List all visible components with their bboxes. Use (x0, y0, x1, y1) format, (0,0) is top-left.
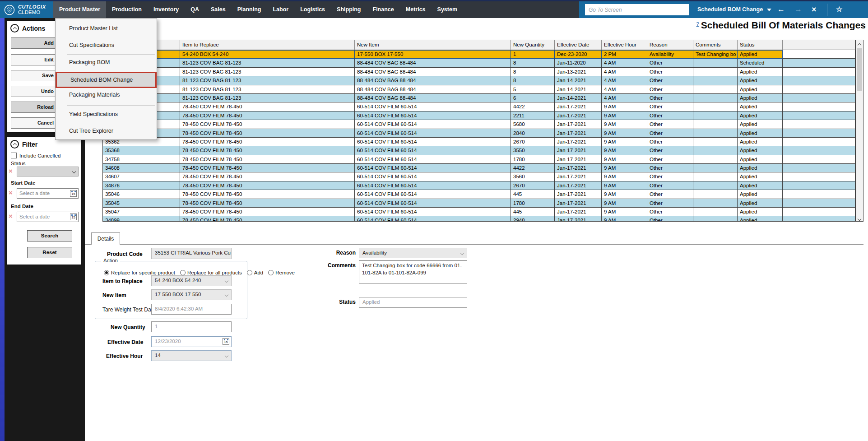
topbar-menu-qa[interactable]: QA (185, 1, 205, 18)
status-input[interactable]: Applied (359, 297, 467, 308)
topbar-menu-product-master[interactable]: Product Master (53, 1, 106, 18)
vertical-scrollbar[interactable] (855, 40, 863, 221)
include-cancelled-checkbox[interactable] (11, 153, 17, 158)
table-row[interactable]: 3536278-450 COV FILM 78-45060-514 COV FI… (103, 138, 855, 146)
end-date-input[interactable]: Select a date 15 (17, 212, 79, 222)
calendar-icon[interactable]: 15 (70, 214, 77, 220)
table-row[interactable]: 81-123 COV BAG 81-12388-484 COV BAG 88-4… (103, 85, 855, 94)
effective-date-input[interactable]: 12/23/2020 15 (151, 336, 232, 347)
topbar-menu-labor[interactable]: Labor (267, 1, 294, 18)
menu-item-scheduled-bom-change[interactable]: Scheduled BOM Change (56, 72, 157, 88)
table-row[interactable]: 3504678-450 COV FILM 78-45060-514 COV FI… (103, 190, 855, 199)
new-item-dropdown[interactable]: 17-550 BOX 17-550 (151, 289, 232, 300)
cell-reason: Other (647, 199, 693, 208)
cell-item: 78-450 COV FILM 78-450 (180, 146, 355, 155)
column-header-reason[interactable]: Reason (647, 40, 693, 50)
reason-dropdown[interactable]: Availability (359, 248, 467, 258)
clear-status-icon[interactable]: × (9, 166, 13, 176)
radio-option-replace-for-all-products[interactable]: Replace for all products (180, 270, 242, 275)
scroll-down-button[interactable] (856, 214, 863, 221)
screen-selector-dropdown[interactable]: Scheduled BOM Change (697, 1, 771, 18)
topbar-menu-inventory[interactable]: Inventory (148, 1, 185, 18)
table-row[interactable]: 3504778-450 COV FILM 78-45060-514 COV FI… (103, 208, 855, 216)
table-row[interactable]: 78-450 COV FILM 78-45060-514 COV FILM 60… (103, 120, 855, 129)
collapse-actions-icon[interactable] (10, 24, 19, 32)
cell-new_item: 60-514 COV FILM 60-514 (355, 208, 511, 216)
favorite-star-icon[interactable]: ☆ (836, 1, 842, 18)
topbar-menu-system[interactable]: System (432, 1, 463, 18)
table-row[interactable]: 81-123 COV BAG 81-12388-484 COV BAG 88-4… (103, 59, 855, 67)
scroll-up-button[interactable] (856, 40, 863, 47)
menu-item-cut-specifications[interactable]: Cut Specifications (56, 38, 157, 53)
effective-hour-dropdown[interactable]: 14 (151, 350, 232, 361)
table-row[interactable]: 54-240 BOX 54-24017-550 BOX 17-5501Dec-2… (103, 50, 855, 59)
table-row[interactable]: 81-123 COV BAG 81-12388-484 COV BAG 88-4… (103, 94, 855, 102)
forward-button[interactable]: → (794, 1, 802, 18)
close-icon[interactable]: × (812, 1, 817, 18)
start-date-input[interactable]: Select a date 15 (17, 188, 79, 199)
table-row[interactable]: 81-123 COV BAG 81-12388-484 COV BAG 88-4… (103, 76, 855, 85)
tab-details[interactable]: Details (91, 232, 120, 245)
table-row[interactable]: 3536878-450 COV FILM 78-45060-514 COV FI… (103, 146, 855, 155)
table-row[interactable]: 78-450 COV FILM 78-45060-514 COV FILM 60… (103, 102, 855, 111)
topbar-menu-finance[interactable]: Finance (367, 1, 400, 18)
column-header-item-to-replace[interactable]: Item to Replace (180, 40, 355, 50)
cell-new_item: 60-514 COV FILM 60-514 (355, 102, 511, 111)
scrollbar-thumb[interactable] (857, 48, 862, 91)
topbar-menu-sales[interactable]: Sales (205, 1, 232, 18)
table-row[interactable]: 78-450 COV FILM 78-45060-514 COV FILM 60… (103, 129, 855, 138)
item-to-replace-dropdown[interactable]: 54-240 BOX 54-240 (151, 275, 232, 286)
new-quantity-input[interactable]: 1 (151, 321, 232, 332)
column-header-effective-hour[interactable]: Effective Hour (602, 40, 647, 50)
cell-comments (693, 164, 738, 172)
clear-start-date-icon[interactable]: × (9, 188, 13, 198)
topbar-menu-shipping[interactable]: Shipping (331, 1, 367, 18)
menu-item-yield-specifications[interactable]: Yield Specifications (56, 107, 157, 122)
status-filter-dropdown[interactable] (17, 167, 79, 176)
table-row[interactable]: 3489978-450 COV FILM 78-45060-514 COV FI… (103, 216, 855, 221)
menu-item-packaging-materials[interactable]: Packaging Materials (56, 88, 157, 102)
table-row[interactable]: 3504578-450 COV FILM 78-45060-514 COV FI… (103, 199, 855, 208)
comments-textarea[interactable]: Test Changing box for code 66666 from 01… (359, 260, 467, 283)
table-row[interactable]: 81-123 COV BAG 81-12388-484 COV BAG 88-4… (103, 68, 855, 76)
radio-option-replace-for-specific-product[interactable]: Replace for specific product (104, 270, 175, 275)
reset-button[interactable]: Reset (27, 247, 72, 258)
radio-option-add[interactable]: Add (247, 270, 263, 275)
table-row[interactable]: 3487678-450 COV FILM 78-45060-514 COV FI… (103, 181, 855, 190)
menu-item-cut-tree-explorer[interactable]: Cut Tree Explorer (56, 124, 157, 139)
table-row[interactable]: 3460878-450 COV FILM 78-45060-514 COV FI… (103, 164, 855, 172)
column-header-new-item[interactable]: New Item (355, 40, 511, 50)
tare-weight-test-date-input[interactable]: 8/4/2020 6:42:30 AM (151, 304, 232, 315)
radio-option-remove[interactable]: Remove (268, 270, 295, 275)
table-row[interactable]: 3460778-450 COV FILM 78-45060-514 COV FI… (103, 172, 855, 181)
column-header-9[interactable] (783, 40, 855, 50)
column-header-effective-date[interactable]: Effective Date (555, 40, 602, 50)
menu-item-product-master-list[interactable]: Product Master List (56, 21, 157, 36)
column-header-status[interactable]: Status (738, 40, 783, 50)
topbar-menu-production[interactable]: Production (106, 1, 148, 18)
column-header-new-quantity[interactable]: New Quantity (511, 40, 555, 50)
cell-reason: Other (647, 102, 693, 111)
cell-new_item: 17-550 BOX 17-550 (355, 50, 511, 59)
app-logo: CUTLOGIX CLDEMO (0, 1, 53, 18)
collapse-filter-icon[interactable] (10, 140, 19, 149)
goto-screen-input[interactable] (585, 4, 689, 15)
search-button[interactable]: Search (27, 230, 72, 241)
table-row[interactable]: 3475878-450 COV FILM 78-45060-514 COV FI… (103, 155, 855, 164)
topbar-menu-logistics[interactable]: Logistics (294, 1, 331, 18)
calendar-icon[interactable]: 15 (223, 338, 229, 345)
menu-item-packaging-bom[interactable]: Packaging BOM (56, 55, 157, 70)
clear-end-date-icon[interactable]: × (9, 211, 13, 221)
cell-qty: 5 (511, 85, 555, 94)
cell-comments (693, 85, 738, 94)
product-code-dropdown[interactable]: 35153 CI TRIAL Various Pork Cuts (151, 248, 232, 259)
topbar-menu-metrics[interactable]: Metrics (400, 1, 432, 18)
table-row[interactable]: 78-450 COV FILM 78-45060-514 COV FILM 60… (103, 111, 855, 120)
column-header-comments[interactable]: Comments (693, 40, 738, 50)
cell-item: 81-123 COV BAG 81-123 (180, 85, 355, 94)
calendar-icon[interactable]: 15 (70, 190, 77, 197)
cell-date: Jan-17-2021 (555, 111, 602, 120)
back-button[interactable]: ← (777, 1, 785, 18)
help-link[interactable]: ? (696, 21, 699, 27)
topbar-menu-planning[interactable]: Planning (232, 1, 267, 18)
